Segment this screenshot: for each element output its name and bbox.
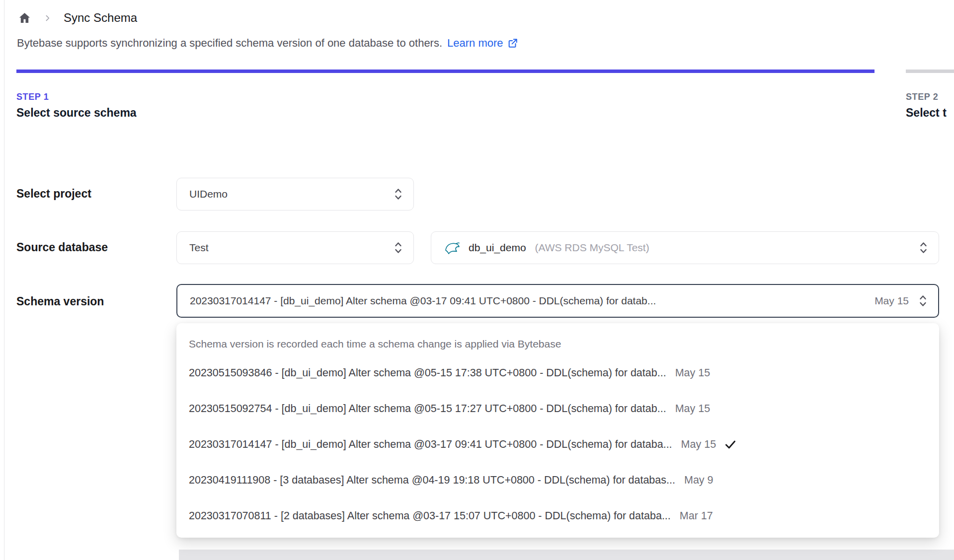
- schema-version-dropdown: Schema version is recorded each time a s…: [176, 323, 939, 538]
- schema-version-option[interactable]: 20230419111908 - [3 databases] Alter sch…: [176, 462, 939, 498]
- mysql-icon: [444, 240, 462, 255]
- updown-chevron-icon: [393, 241, 403, 255]
- project-select-value: UIDemo: [189, 188, 393, 200]
- schema-version-option[interactable]: 20230317070811 - [2 databases] Alter sch…: [176, 498, 939, 534]
- option-date: May 15: [681, 438, 716, 451]
- page-description: Bytebase supports synchronizing a specif…: [17, 37, 518, 50]
- page-title: Sync Schema: [64, 11, 137, 25]
- database-detail: (AWS RDS MySQL Test): [535, 242, 649, 253]
- description-text: Bytebase supports synchronizing a specif…: [17, 37, 442, 50]
- option-date: May 15: [675, 403, 711, 415]
- background-strip: [179, 550, 954, 560]
- database-name: db_ui_demo: [469, 242, 526, 253]
- select-project-label: Select project: [16, 187, 91, 201]
- project-select[interactable]: UIDemo: [176, 178, 414, 210]
- check-icon: [724, 438, 737, 451]
- schema-version-option[interactable]: 20230515092754 - [db_ui_demo] Alter sche…: [176, 391, 939, 426]
- schema-version-date: May 15: [874, 295, 909, 307]
- sync-schema-page: Sync Schema Bytebase supports synchroniz…: [0, 0, 954, 560]
- updown-chevron-icon: [393, 187, 403, 201]
- environment-select-value: Test: [189, 242, 393, 254]
- updown-chevron-icon: [918, 294, 928, 308]
- schema-version-option[interactable]: 20230515093846 - [db_ui_demo] Alter sche…: [176, 355, 939, 391]
- source-database-label: Source database: [16, 241, 108, 254]
- option-label: 20230419111908 - [3 databases] Alter sch…: [189, 474, 675, 487]
- learn-more-link[interactable]: Learn more: [447, 37, 518, 50]
- option-label: 20230317070811 - [2 databases] Alter sch…: [189, 510, 671, 522]
- schema-version-option-selected[interactable]: 20230317014147 - [db_ui_demo] Alter sche…: [176, 426, 939, 462]
- home-icon[interactable]: [18, 11, 31, 25]
- breadcrumb: Sync Schema: [18, 8, 137, 28]
- left-divider: [4, 0, 4, 560]
- chevron-right-icon: [43, 14, 52, 22]
- step2-title: Select t: [906, 106, 954, 120]
- step1-progress-bar: [16, 70, 874, 73]
- option-date: May 9: [684, 474, 714, 487]
- dropdown-header: Schema version is recorded each time a s…: [176, 338, 939, 355]
- step1-title: Select source schema: [16, 106, 137, 120]
- database-select-value: db_ui_demo (AWS RDS MySQL Test): [469, 242, 911, 254]
- option-label: 20230515092754 - [db_ui_demo] Alter sche…: [189, 403, 666, 415]
- option-date: May 15: [675, 367, 711, 379]
- schema-version-value: 20230317014147 - [db_ui_demo] Alter sche…: [190, 295, 866, 307]
- step2-label: STEP 2: [906, 92, 938, 102]
- step2-progress-bar: [906, 70, 954, 73]
- option-label: 20230515093846 - [db_ui_demo] Alter sche…: [189, 367, 666, 379]
- step1-label: STEP 1: [16, 92, 49, 102]
- learn-more-label: Learn more: [447, 37, 503, 50]
- external-link-icon: [507, 38, 518, 49]
- option-label: 20230317014147 - [db_ui_demo] Alter sche…: [189, 438, 672, 451]
- database-select[interactable]: db_ui_demo (AWS RDS MySQL Test): [431, 231, 939, 264]
- option-date: Mar 17: [680, 510, 713, 522]
- updown-chevron-icon: [918, 241, 929, 255]
- schema-version-select[interactable]: 20230317014147 - [db_ui_demo] Alter sche…: [176, 284, 939, 318]
- environment-select[interactable]: Test: [176, 231, 414, 264]
- schema-version-label: Schema version: [16, 295, 104, 308]
